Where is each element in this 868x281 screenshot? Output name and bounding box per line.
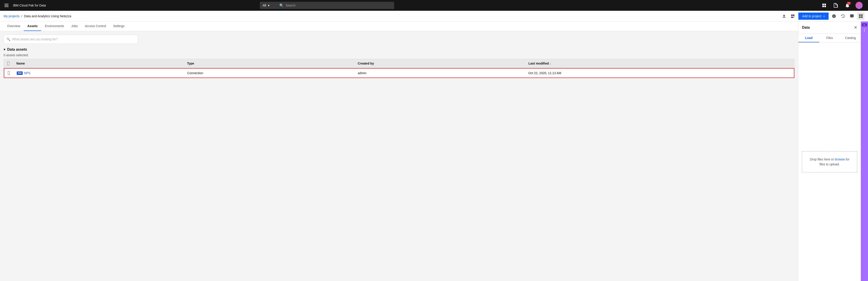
svg-rect-2 xyxy=(822,6,824,7)
assets-content: 🔍 ▾ Data assets 0 assets selected. Name … xyxy=(0,31,798,281)
content-area: Overview Assets Environments Jobs Access… xyxy=(0,22,798,281)
app-title: IBM Cloud Pak for Data xyxy=(13,4,46,7)
menu-icon[interactable] xyxy=(4,3,9,8)
upload-button[interactable] xyxy=(780,12,788,20)
panel-tab-load[interactable]: Load xyxy=(798,34,819,43)
breadcrumb-separator: / xyxy=(22,15,22,18)
svg-rect-3 xyxy=(824,6,826,7)
tab-overview[interactable]: Overview xyxy=(4,22,24,31)
svg-rect-5 xyxy=(861,15,863,16)
breadcrumb-bar: My projects / Data and Analytics Using N… xyxy=(0,11,868,22)
search-type-dropdown[interactable]: All ▾ xyxy=(260,2,277,9)
asset-name-link[interactable]: NPS xyxy=(24,71,30,75)
apps-icon[interactable] xyxy=(819,0,830,11)
main-layout: Overview Assets Environments Jobs Access… xyxy=(0,22,868,281)
document-icon[interactable] xyxy=(830,0,841,11)
ibm-badge: IBM xyxy=(17,72,23,75)
td-name: IBM NPS xyxy=(13,68,184,78)
asset-search: 🔍 xyxy=(4,35,138,44)
breadcrumb-parent[interactable]: My projects xyxy=(4,15,20,18)
avatar[interactable] xyxy=(854,0,864,11)
tab-bar: Overview Assets Environments Jobs Access… xyxy=(0,22,798,31)
add-collaborator-button[interactable] xyxy=(789,12,797,20)
right-edge-panel: AL Com xyxy=(861,22,868,281)
table-header: Name Type Created by Last modified ↓ xyxy=(4,59,794,68)
add-to-project-button[interactable]: Add to project + xyxy=(798,12,829,20)
breadcrumb-current: Data and Analytics Using Netezza xyxy=(24,15,71,18)
selected-count: 0 assets selected. xyxy=(4,53,795,57)
search-icon: 🔍 xyxy=(279,3,284,8)
svg-rect-0 xyxy=(822,4,824,5)
panel-tab-files[interactable]: Files xyxy=(819,34,840,43)
notification-badge: 21 xyxy=(847,2,851,5)
chevron-down-icon: ▾ xyxy=(268,4,270,7)
tab-settings[interactable]: Settings xyxy=(110,22,128,31)
th-checkbox xyxy=(4,59,13,68)
info-button[interactable] xyxy=(830,12,838,20)
search-input[interactable] xyxy=(286,4,392,7)
panel-close-button[interactable]: ✕ xyxy=(854,25,857,30)
svg-rect-4 xyxy=(859,15,861,16)
search-area: All ▾ 🔍 xyxy=(260,2,394,9)
panel-tab-catalog[interactable]: Catalog xyxy=(840,34,861,43)
panel-header: Data ✕ xyxy=(798,22,861,34)
breadcrumb-actions: Add to project + xyxy=(780,12,864,20)
history-button[interactable] xyxy=(839,12,846,20)
th-name: Name xyxy=(13,59,184,68)
section-header: ▾ Data assets xyxy=(4,47,795,52)
top-navigation: IBM Cloud Pak for Data All ▾ 🔍 21 xyxy=(0,0,868,11)
th-last-modified: Last modified ↓ xyxy=(525,59,781,68)
browse-link[interactable]: browse xyxy=(835,158,845,161)
right-panel: Data ✕ Load Files Catalog Drop files her… xyxy=(798,22,861,281)
edge-label: Com xyxy=(864,27,866,33)
tab-jobs[interactable]: Jobs xyxy=(68,22,82,31)
notification-icon[interactable]: 21 xyxy=(842,0,853,11)
data-table: Name Type Created by Last modified ↓ IBM xyxy=(4,59,795,78)
sort-icon[interactable]: ↓ xyxy=(550,62,551,65)
drop-zone: Drop files here or browse for files to u… xyxy=(802,151,857,172)
td-checkbox xyxy=(4,68,13,78)
section-title: Data assets xyxy=(7,48,27,52)
tab-environments[interactable]: Environments xyxy=(41,22,68,31)
th-created-by: Created by xyxy=(354,59,525,68)
tab-assets[interactable]: Assets xyxy=(24,22,41,31)
th-type: Type xyxy=(184,59,354,68)
tab-access-control[interactable]: Access Control xyxy=(81,22,110,31)
user-avatar xyxy=(856,2,863,9)
search-box: 🔍 xyxy=(277,2,394,9)
panel-content: Drop files here or browse for files to u… xyxy=(798,43,861,281)
svg-rect-6 xyxy=(859,16,861,18)
row-checkbox[interactable] xyxy=(8,71,10,75)
td-last-modified: Oct 22, 2020, 11:13 AM xyxy=(525,68,780,78)
edge-notification-1: AL xyxy=(862,23,867,26)
collapse-section-button[interactable]: ▾ xyxy=(4,47,5,52)
td-row-actions xyxy=(780,68,794,78)
asset-search-input[interactable] xyxy=(12,37,135,41)
panel-title: Data xyxy=(802,26,810,30)
td-type: Connection xyxy=(184,68,354,78)
top-nav-icons: 21 xyxy=(819,0,864,11)
td-created-by: admin xyxy=(354,68,525,78)
th-actions xyxy=(781,59,794,68)
panel-tabs: Load Files Catalog xyxy=(798,34,861,43)
search-icon: 🔍 xyxy=(6,37,10,41)
grid-view-button[interactable] xyxy=(857,12,864,20)
chat-button[interactable] xyxy=(848,12,856,20)
svg-rect-7 xyxy=(861,16,863,18)
svg-rect-1 xyxy=(824,4,826,5)
table-row: IBM NPS Connection admin Oct 22, 2020, 1… xyxy=(4,68,794,78)
select-all-checkbox[interactable] xyxy=(7,62,9,65)
